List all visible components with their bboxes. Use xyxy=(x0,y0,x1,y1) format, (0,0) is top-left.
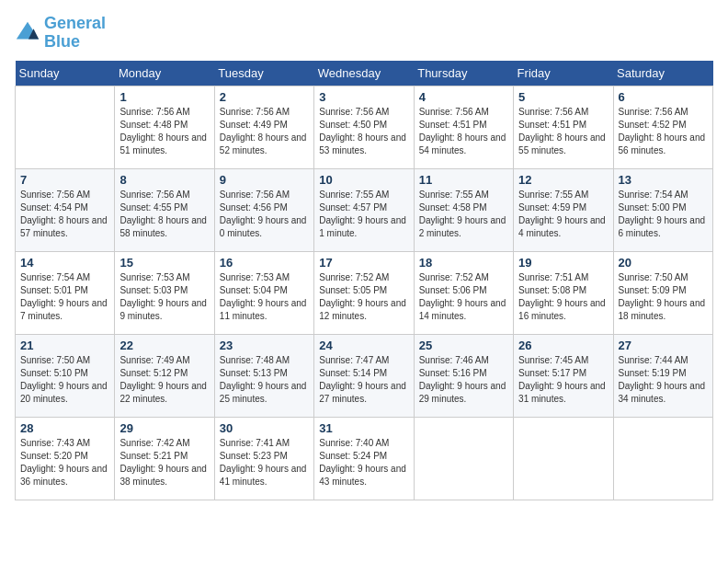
day-number: 27 xyxy=(619,339,708,352)
day-header-thursday: Thursday xyxy=(414,61,513,86)
day-number: 29 xyxy=(119,421,209,435)
day-header-friday: Friday xyxy=(514,61,613,86)
day-info: Sunrise: 7:55 AMSunset: 4:58 PMDaylight:… xyxy=(419,189,508,240)
day-info: Sunrise: 7:56 AMSunset: 4:55 PMDaylight:… xyxy=(119,189,209,240)
page-header: General Blue xyxy=(15,15,713,52)
logo-text: General Blue xyxy=(44,15,106,52)
day-info: Sunrise: 7:50 AMSunset: 5:09 PMDaylight:… xyxy=(619,271,708,323)
calendar-cell: 10Sunrise: 7:55 AMSunset: 4:57 PMDayligh… xyxy=(314,168,414,251)
day-number: 25 xyxy=(419,339,508,352)
day-number: 5 xyxy=(518,90,608,104)
day-number: 1 xyxy=(119,90,209,104)
day-number: 31 xyxy=(319,421,408,435)
day-info: Sunrise: 7:52 AMSunset: 5:05 PMDaylight:… xyxy=(319,271,408,323)
day-info: Sunrise: 7:40 AMSunset: 5:24 PMDaylight:… xyxy=(319,437,408,488)
day-info: Sunrise: 7:47 AMSunset: 5:14 PMDaylight:… xyxy=(319,354,408,406)
logo: General Blue xyxy=(15,15,106,52)
day-info: Sunrise: 7:56 AMSunset: 4:48 PMDaylight:… xyxy=(119,106,209,157)
calendar-week-1: 1Sunrise: 7:56 AMSunset: 4:48 PMDaylight… xyxy=(16,86,713,168)
calendar-cell: 24Sunrise: 7:47 AMSunset: 5:14 PMDayligh… xyxy=(314,334,414,417)
calendar-week-4: 21Sunrise: 7:50 AMSunset: 5:10 PMDayligh… xyxy=(16,334,713,417)
day-number: 19 xyxy=(518,256,608,270)
calendar-week-2: 7Sunrise: 7:56 AMSunset: 4:54 PMDaylight… xyxy=(16,168,713,251)
calendar-cell: 20Sunrise: 7:50 AMSunset: 5:09 PMDayligh… xyxy=(613,251,712,334)
calendar-cell: 4Sunrise: 7:56 AMSunset: 4:51 PMDaylight… xyxy=(414,86,513,168)
calendar-cell: 22Sunrise: 7:49 AMSunset: 5:12 PMDayligh… xyxy=(115,334,214,417)
day-number: 22 xyxy=(119,339,209,352)
day-number: 26 xyxy=(518,339,608,352)
day-info: Sunrise: 7:56 AMSunset: 4:54 PMDaylight:… xyxy=(20,189,109,240)
day-number: 4 xyxy=(419,90,508,104)
calendar-table: SundayMondayTuesdayWednesdayThursdayFrid… xyxy=(15,61,713,500)
calendar-cell xyxy=(613,417,712,500)
day-info: Sunrise: 7:53 AMSunset: 5:04 PMDaylight:… xyxy=(220,271,309,323)
day-header-saturday: Saturday xyxy=(613,61,712,86)
calendar-cell: 15Sunrise: 7:53 AMSunset: 5:03 PMDayligh… xyxy=(115,251,214,334)
day-number: 21 xyxy=(20,339,109,352)
calendar-week-5: 28Sunrise: 7:43 AMSunset: 5:20 PMDayligh… xyxy=(16,417,713,500)
day-number: 10 xyxy=(319,173,408,187)
calendar-cell: 31Sunrise: 7:40 AMSunset: 5:24 PMDayligh… xyxy=(314,417,414,500)
calendar-cell: 17Sunrise: 7:52 AMSunset: 5:05 PMDayligh… xyxy=(314,251,414,334)
day-info: Sunrise: 7:56 AMSunset: 4:56 PMDaylight:… xyxy=(220,189,309,240)
day-info: Sunrise: 7:43 AMSunset: 5:20 PMDaylight:… xyxy=(20,437,109,488)
day-number: 30 xyxy=(220,421,309,435)
day-number: 13 xyxy=(619,173,708,187)
calendar-cell: 14Sunrise: 7:54 AMSunset: 5:01 PMDayligh… xyxy=(16,251,115,334)
calendar-cell: 1Sunrise: 7:56 AMSunset: 4:48 PMDaylight… xyxy=(115,86,214,168)
day-number: 6 xyxy=(619,90,708,104)
day-info: Sunrise: 7:56 AMSunset: 4:51 PMDaylight:… xyxy=(419,106,508,157)
day-info: Sunrise: 7:56 AMSunset: 4:49 PMDaylight:… xyxy=(220,106,309,157)
day-info: Sunrise: 7:51 AMSunset: 5:08 PMDaylight:… xyxy=(518,271,608,323)
day-number: 20 xyxy=(619,256,708,270)
calendar-cell: 6Sunrise: 7:56 AMSunset: 4:52 PMDaylight… xyxy=(613,86,712,168)
calendar-cell: 5Sunrise: 7:56 AMSunset: 4:51 PMDaylight… xyxy=(514,86,613,168)
calendar-cell: 28Sunrise: 7:43 AMSunset: 5:20 PMDayligh… xyxy=(16,417,115,500)
day-number: 23 xyxy=(220,339,309,352)
logo-icon xyxy=(15,20,40,46)
calendar-cell: 8Sunrise: 7:56 AMSunset: 4:55 PMDaylight… xyxy=(115,168,214,251)
calendar-cell: 13Sunrise: 7:54 AMSunset: 5:00 PMDayligh… xyxy=(613,168,712,251)
calendar-cell: 30Sunrise: 7:41 AMSunset: 5:23 PMDayligh… xyxy=(214,417,313,500)
day-number: 15 xyxy=(119,256,209,270)
calendar-cell xyxy=(414,417,513,500)
calendar-cell: 29Sunrise: 7:42 AMSunset: 5:21 PMDayligh… xyxy=(115,417,214,500)
day-header-tuesday: Tuesday xyxy=(214,61,313,86)
day-info: Sunrise: 7:55 AMSunset: 4:57 PMDaylight:… xyxy=(319,189,408,240)
day-number: 17 xyxy=(319,256,408,270)
day-info: Sunrise: 7:50 AMSunset: 5:10 PMDaylight:… xyxy=(20,354,109,406)
day-info: Sunrise: 7:48 AMSunset: 5:13 PMDaylight:… xyxy=(220,354,309,406)
day-info: Sunrise: 7:41 AMSunset: 5:23 PMDaylight:… xyxy=(220,437,309,488)
day-info: Sunrise: 7:56 AMSunset: 4:51 PMDaylight:… xyxy=(518,106,608,157)
day-info: Sunrise: 7:52 AMSunset: 5:06 PMDaylight:… xyxy=(419,271,508,323)
calendar-cell: 19Sunrise: 7:51 AMSunset: 5:08 PMDayligh… xyxy=(514,251,613,334)
calendar-cell: 12Sunrise: 7:55 AMSunset: 4:59 PMDayligh… xyxy=(514,168,613,251)
calendar-cell: 16Sunrise: 7:53 AMSunset: 5:04 PMDayligh… xyxy=(214,251,313,334)
day-number: 18 xyxy=(419,256,508,270)
day-number: 9 xyxy=(220,173,309,187)
day-number: 12 xyxy=(518,173,608,187)
calendar-week-3: 14Sunrise: 7:54 AMSunset: 5:01 PMDayligh… xyxy=(16,251,713,334)
calendar-cell xyxy=(514,417,613,500)
day-info: Sunrise: 7:53 AMSunset: 5:03 PMDaylight:… xyxy=(119,271,209,323)
day-number: 24 xyxy=(319,339,408,352)
header-row: SundayMondayTuesdayWednesdayThursdayFrid… xyxy=(16,61,713,86)
day-info: Sunrise: 7:56 AMSunset: 4:52 PMDaylight:… xyxy=(619,106,708,157)
calendar-cell: 23Sunrise: 7:48 AMSunset: 5:13 PMDayligh… xyxy=(214,334,313,417)
day-number: 11 xyxy=(419,173,508,187)
day-info: Sunrise: 7:54 AMSunset: 5:01 PMDaylight:… xyxy=(20,271,109,323)
calendar-cell: 9Sunrise: 7:56 AMSunset: 4:56 PMDaylight… xyxy=(214,168,313,251)
calendar-cell xyxy=(16,86,115,168)
calendar-cell: 27Sunrise: 7:44 AMSunset: 5:19 PMDayligh… xyxy=(613,334,712,417)
day-number: 7 xyxy=(20,173,109,187)
calendar-cell: 11Sunrise: 7:55 AMSunset: 4:58 PMDayligh… xyxy=(414,168,513,251)
calendar-cell: 21Sunrise: 7:50 AMSunset: 5:10 PMDayligh… xyxy=(16,334,115,417)
calendar-cell: 26Sunrise: 7:45 AMSunset: 5:17 PMDayligh… xyxy=(514,334,613,417)
day-number: 28 xyxy=(20,421,109,435)
day-info: Sunrise: 7:56 AMSunset: 4:50 PMDaylight:… xyxy=(319,106,408,157)
day-info: Sunrise: 7:54 AMSunset: 5:00 PMDaylight:… xyxy=(619,189,708,240)
day-number: 2 xyxy=(220,90,309,104)
day-info: Sunrise: 7:42 AMSunset: 5:21 PMDaylight:… xyxy=(119,437,209,488)
calendar-cell: 2Sunrise: 7:56 AMSunset: 4:49 PMDaylight… xyxy=(214,86,313,168)
day-number: 8 xyxy=(119,173,209,187)
